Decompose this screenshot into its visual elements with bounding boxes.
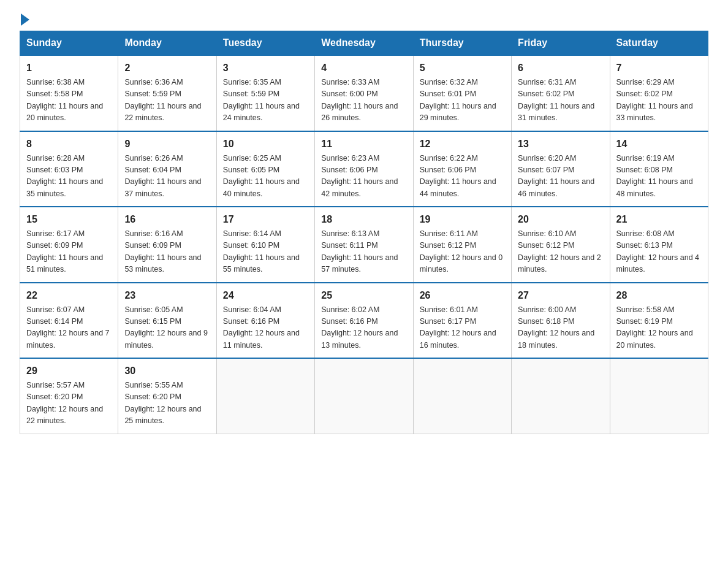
day-info: Sunrise: 6:07 AMSunset: 6:14 PMDaylight:…: [26, 304, 112, 352]
day-info: Sunrise: 6:17 AMSunset: 6:09 PMDaylight:…: [26, 228, 112, 276]
header-monday: Monday: [118, 31, 216, 56]
day-number: 22: [26, 288, 112, 303]
calendar-week-row: 22Sunrise: 6:07 AMSunset: 6:14 PMDayligh…: [20, 283, 708, 359]
calendar-cell: 1Sunrise: 6:38 AMSunset: 5:58 PMDaylight…: [20, 55, 118, 131]
header-saturday: Saturday: [610, 31, 708, 56]
logo-arrow-icon: [21, 13, 29, 26]
calendar-cell: 2Sunrise: 6:36 AMSunset: 5:59 PMDaylight…: [118, 55, 216, 131]
calendar-cell: 22Sunrise: 6:07 AMSunset: 6:14 PMDayligh…: [20, 283, 118, 359]
calendar-cell: 29Sunrise: 5:57 AMSunset: 6:20 PMDayligh…: [20, 358, 118, 434]
day-number: 15: [26, 212, 112, 227]
day-info: Sunrise: 6:11 AMSunset: 6:12 PMDaylight:…: [420, 228, 505, 276]
calendar-cell: 23Sunrise: 6:05 AMSunset: 6:15 PMDayligh…: [118, 283, 216, 359]
calendar-cell: 8Sunrise: 6:28 AMSunset: 6:03 PMDaylight…: [20, 131, 118, 207]
day-number: 23: [124, 288, 210, 303]
calendar-cell: 10Sunrise: 6:25 AMSunset: 6:05 PMDayligh…: [216, 131, 314, 207]
calendar-header-row: SundayMondayTuesdayWednesdayThursdayFrid…: [20, 31, 708, 56]
day-number: 20: [518, 212, 603, 227]
calendar-week-row: 1Sunrise: 6:38 AMSunset: 5:58 PMDaylight…: [20, 55, 708, 131]
calendar-cell: 17Sunrise: 6:14 AMSunset: 6:10 PMDayligh…: [216, 207, 314, 283]
day-info: Sunrise: 6:25 AMSunset: 6:05 PMDaylight:…: [223, 153, 308, 201]
page-header: [20, 15, 708, 23]
day-number: 2: [124, 61, 210, 75]
day-number: 25: [321, 288, 406, 303]
calendar-week-row: 29Sunrise: 5:57 AMSunset: 6:20 PMDayligh…: [20, 358, 708, 434]
day-info: Sunrise: 6:10 AMSunset: 6:12 PMDaylight:…: [518, 228, 603, 276]
day-info: Sunrise: 6:04 AMSunset: 6:16 PMDaylight:…: [223, 304, 308, 352]
logo: [20, 15, 29, 23]
day-info: Sunrise: 6:08 AMSunset: 6:13 PMDaylight:…: [616, 228, 702, 276]
day-info: Sunrise: 6:02 AMSunset: 6:16 PMDaylight:…: [321, 304, 406, 352]
calendar-cell: 15Sunrise: 6:17 AMSunset: 6:09 PMDayligh…: [20, 207, 118, 283]
day-number: 6: [518, 61, 603, 75]
day-number: 16: [124, 212, 210, 227]
calendar-cell: 12Sunrise: 6:22 AMSunset: 6:06 PMDayligh…: [413, 131, 511, 207]
day-info: Sunrise: 6:19 AMSunset: 6:08 PMDaylight:…: [616, 153, 702, 201]
day-number: 5: [420, 61, 505, 75]
calendar-cell: 6Sunrise: 6:31 AMSunset: 6:02 PMDaylight…: [512, 55, 610, 131]
day-number: 19: [420, 212, 505, 227]
day-info: Sunrise: 6:32 AMSunset: 6:01 PMDaylight:…: [420, 77, 505, 124]
day-info: Sunrise: 6:29 AMSunset: 6:02 PMDaylight:…: [616, 77, 702, 124]
day-number: 11: [321, 137, 406, 151]
day-number: 28: [616, 288, 702, 303]
calendar-cell: 3Sunrise: 6:35 AMSunset: 5:59 PMDaylight…: [216, 55, 314, 131]
day-info: Sunrise: 5:58 AMSunset: 6:19 PMDaylight:…: [616, 304, 702, 352]
calendar-cell: 27Sunrise: 6:00 AMSunset: 6:18 PMDayligh…: [512, 283, 610, 359]
calendar-cell: 14Sunrise: 6:19 AMSunset: 6:08 PMDayligh…: [610, 131, 708, 207]
day-info: Sunrise: 6:36 AMSunset: 5:59 PMDaylight:…: [124, 77, 210, 124]
day-info: Sunrise: 6:13 AMSunset: 6:11 PMDaylight:…: [321, 228, 406, 276]
day-number: 27: [518, 288, 603, 303]
calendar-cell: [610, 358, 708, 434]
calendar-cell: 20Sunrise: 6:10 AMSunset: 6:12 PMDayligh…: [512, 207, 610, 283]
day-number: 18: [321, 212, 406, 227]
calendar-cell: 30Sunrise: 5:55 AMSunset: 6:20 PMDayligh…: [118, 358, 216, 434]
day-number: 24: [223, 288, 308, 303]
day-info: Sunrise: 6:01 AMSunset: 6:17 PMDaylight:…: [420, 304, 505, 352]
day-info: Sunrise: 6:33 AMSunset: 6:00 PMDaylight:…: [321, 77, 406, 124]
header-friday: Friday: [512, 31, 610, 56]
day-number: 14: [616, 137, 702, 151]
header-tuesday: Tuesday: [216, 31, 314, 56]
day-info: Sunrise: 6:05 AMSunset: 6:15 PMDaylight:…: [124, 304, 210, 352]
day-number: 21: [616, 212, 702, 227]
day-info: Sunrise: 5:57 AMSunset: 6:20 PMDaylight:…: [26, 380, 112, 427]
day-info: Sunrise: 6:20 AMSunset: 6:07 PMDaylight:…: [518, 153, 603, 201]
day-info: Sunrise: 6:00 AMSunset: 6:18 PMDaylight:…: [518, 304, 603, 352]
calendar-cell: 11Sunrise: 6:23 AMSunset: 6:06 PMDayligh…: [315, 131, 413, 207]
calendar-week-row: 8Sunrise: 6:28 AMSunset: 6:03 PMDaylight…: [20, 131, 708, 207]
calendar-week-row: 15Sunrise: 6:17 AMSunset: 6:09 PMDayligh…: [20, 207, 708, 283]
calendar-cell: [315, 358, 413, 434]
day-number: 3: [223, 61, 308, 75]
calendar-cell: 9Sunrise: 6:26 AMSunset: 6:04 PMDaylight…: [118, 131, 216, 207]
day-number: 12: [420, 137, 505, 151]
calendar-cell: 18Sunrise: 6:13 AMSunset: 6:11 PMDayligh…: [315, 207, 413, 283]
day-info: Sunrise: 6:16 AMSunset: 6:09 PMDaylight:…: [124, 228, 210, 276]
calendar-cell: 25Sunrise: 6:02 AMSunset: 6:16 PMDayligh…: [315, 283, 413, 359]
calendar-cell: 16Sunrise: 6:16 AMSunset: 6:09 PMDayligh…: [118, 207, 216, 283]
day-info: Sunrise: 6:38 AMSunset: 5:58 PMDaylight:…: [26, 77, 112, 124]
day-info: Sunrise: 6:22 AMSunset: 6:06 PMDaylight:…: [420, 153, 505, 201]
day-info: Sunrise: 6:26 AMSunset: 6:04 PMDaylight:…: [124, 153, 210, 201]
calendar-cell: 5Sunrise: 6:32 AMSunset: 6:01 PMDaylight…: [413, 55, 511, 131]
day-number: 8: [26, 137, 112, 151]
calendar-cell: 13Sunrise: 6:20 AMSunset: 6:07 PMDayligh…: [512, 131, 610, 207]
calendar-cell: 4Sunrise: 6:33 AMSunset: 6:00 PMDaylight…: [315, 55, 413, 131]
day-info: Sunrise: 6:35 AMSunset: 5:59 PMDaylight:…: [223, 77, 308, 124]
day-number: 10: [223, 137, 308, 151]
calendar-cell: [413, 358, 511, 434]
calendar-cell: [216, 358, 314, 434]
calendar-cell: 7Sunrise: 6:29 AMSunset: 6:02 PMDaylight…: [610, 55, 708, 131]
calendar-cell: 21Sunrise: 6:08 AMSunset: 6:13 PMDayligh…: [610, 207, 708, 283]
day-number: 30: [124, 364, 210, 378]
day-number: 1: [26, 61, 112, 75]
day-info: Sunrise: 5:55 AMSunset: 6:20 PMDaylight:…: [124, 380, 210, 427]
day-number: 7: [616, 61, 702, 75]
calendar-cell: 24Sunrise: 6:04 AMSunset: 6:16 PMDayligh…: [216, 283, 314, 359]
calendar-cell: 26Sunrise: 6:01 AMSunset: 6:17 PMDayligh…: [413, 283, 511, 359]
day-info: Sunrise: 6:14 AMSunset: 6:10 PMDaylight:…: [223, 228, 308, 276]
header-sunday: Sunday: [20, 31, 118, 56]
day-number: 29: [26, 364, 112, 378]
header-wednesday: Wednesday: [315, 31, 413, 56]
day-info: Sunrise: 6:31 AMSunset: 6:02 PMDaylight:…: [518, 77, 603, 124]
